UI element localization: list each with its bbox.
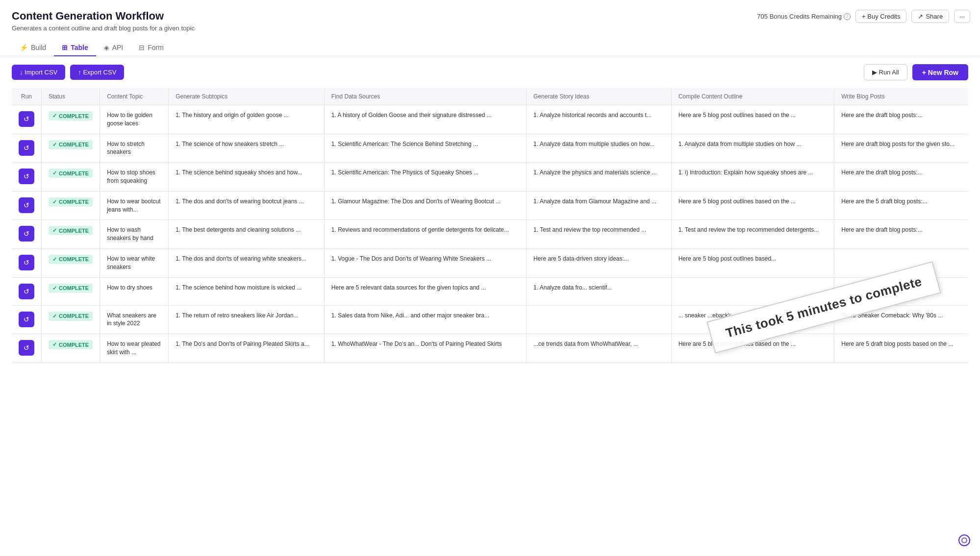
content-outline-cell-8: Here are 5 blog post outlines based on t… [671,334,834,363]
run-button-0[interactable]: ↺ [19,111,34,127]
tab-table[interactable]: ⊞ Table [54,40,96,56]
status-badge-3: ✓ COMPLETE [49,197,93,207]
export-csv-button[interactable]: ↑ Export CSV [70,65,124,80]
import-csv-button[interactable]: ↓ Import CSV [12,65,65,80]
new-row-button[interactable]: + New Row [912,64,968,80]
topic-text-8: How to wear pleated skirt with ... [107,340,160,356]
run-button-3[interactable]: ↺ [19,197,34,213]
topic-text-1: How to stretch sneakers [107,141,145,156]
data-sources-cell-8: 1. WhoWhatWear - The Do's an... Don'ts o… [324,334,526,363]
story-ideas-text-3: 1. Analyze data from Glamour Magazine an… [533,198,656,205]
story-ideas-cell-7 [527,305,672,334]
data-sources-text-4: 1. Reviews and recommendations of gentle… [331,226,509,233]
table-row: ↺ ✓ COMPLETE How to stop shoes from sque… [12,163,968,192]
content-outline-text-2: 1. i) Introduction: Explain how squeaky … [678,169,813,176]
content-outline-cell-5: Here are 5 blog post outlines based... [671,248,834,277]
content-outline-cell-1: 1. Analyze data from multiple studies on… [671,134,834,163]
table-row: ↺ ✓ COMPLETE How to wash sneakers by han… [12,220,968,249]
content-outline-text-1: 1. Analyze data from multiple studies on… [678,141,802,147]
topic-text-6: How to dry shoes [107,284,152,291]
tab-form-label: Form [148,44,164,51]
topic-cell-8: How to wear pleated skirt with ... [100,334,169,363]
story-ideas-cell-2: 1. Analyze the physics and materials sci… [527,163,672,192]
tab-build[interactable]: ⚡ Build [12,40,54,56]
blog-posts-cell-7: Retro Sneaker Comeback: Why '80s ... [834,305,968,334]
run-cell-6: ↺ [12,277,42,305]
data-sources-text-5: 1. Vogue - The Dos and Don'ts of Wearing… [331,255,491,262]
story-ideas-text-2: 1. Analyze the physics and materials sci… [533,169,656,176]
status-cell-5: ✓ COMPLETE [42,248,100,277]
data-sources-cell-5: 1. Vogue - The Dos and Don'ts of Wearing… [324,248,526,277]
data-sources-text-3: 1. Glamour Magazine: The Dos and Don'ts … [331,198,501,205]
status-badge-4: ✓ COMPLETE [49,226,93,235]
run-button-8[interactable]: ↺ [19,340,34,356]
data-sources-text-8: 1. WhoWhatWear - The Do's an... Don'ts o… [331,340,502,347]
run-button-7[interactable]: ↺ [19,312,34,327]
table-row: ↺ ✓ COMPLETE How to dry shoes 1. The sci… [12,277,968,305]
share-button[interactable]: ↗ Share [911,10,949,23]
tab-form[interactable]: ⊟ Form [131,40,172,56]
blog-posts-text-1: Here are draft blog posts for the given … [841,141,955,147]
table-row: ↺ ✓ COMPLETE How to tie golden goose lac… [12,105,968,134]
blog-posts-text-3: Here are the 5 draft blog posts:... [841,198,927,205]
story-ideas-text-4: 1. Test and review the top recommended .… [533,226,646,233]
subtopics-text-0: 1. The history and origin of golden goos… [176,112,289,119]
data-sources-text-7: 1. Sales data from Nike, Adi... and othe… [331,312,489,319]
story-ideas-cell-3: 1. Analyze data from Glamour Magazine an… [527,191,672,220]
data-sources-cell-1: 1. Scientific American: The Science Behi… [324,134,526,163]
check-icon-2: ✓ [52,170,57,176]
more-options-button[interactable]: ··· [954,10,970,23]
status-badge-5: ✓ COMPLETE [49,255,93,264]
share-label: Share [926,13,943,20]
run-button-1[interactable]: ↺ [19,140,34,156]
status-badge-6: ✓ COMPLETE [49,284,93,293]
content-outline-text-7: ... sneaker ...eback):... [678,312,737,319]
col-header-subtopics: Generate Subtopics [169,88,325,105]
buy-credits-button[interactable]: + Buy Credits [855,10,906,23]
run-button-2[interactable]: ↺ [19,169,34,184]
status-cell-7: ✓ COMPLETE [42,305,100,334]
run-cell-1: ↺ [12,134,42,163]
table-row: ↺ ✓ COMPLETE What sneakers are in style … [12,305,968,334]
content-outline-cell-3: Here are 5 blog post outlines based on t… [671,191,834,220]
run-all-button[interactable]: ▶ Run All [864,64,907,80]
content-outline-text-3: Here are 5 blog post outlines based on t… [678,198,796,205]
blog-posts-cell-1: Here are draft blog posts for the given … [834,134,968,163]
check-icon-6: ✓ [52,285,57,291]
page-subtitle: Generates a content outline and draft bl… [12,24,968,32]
run-button-4[interactable]: ↺ [19,226,34,242]
blog-posts-text-8: Here are 5 draft blog posts based on the… [841,340,953,347]
check-icon-0: ✓ [52,113,57,119]
run-button-5[interactable]: ↺ [19,255,34,270]
story-ideas-text-8: ...ce trends data from WhoWhatWear, ... [533,340,638,347]
story-ideas-cell-1: 1. Analyze data from multiple studies on… [527,134,672,163]
status-cell-3: ✓ COMPLETE [42,191,100,220]
blog-posts-text-7: Retro Sneaker Comeback: Why '80s ... [841,312,943,319]
status-cell-8: ✓ COMPLETE [42,334,100,363]
status-badge-0: ✓ COMPLETE [49,111,93,121]
story-ideas-text-6: 1. Analyze data fro... scientif... [533,284,612,291]
content-outline-cell-0: Here are 5 blog post outlines based on t… [671,105,834,134]
credits-display: 705 Bonus Credits Remaining i [757,13,851,20]
topic-cell-1: How to stretch sneakers [100,134,169,163]
credits-text: 705 Bonus Credits Remaining [757,13,842,20]
data-sources-cell-7: 1. Sales data from Nike, Adi... and othe… [324,305,526,334]
col-header-status: Status [42,88,100,105]
content-outline-cell-4: 1. Test and review the top recommended d… [671,220,834,249]
story-ideas-cell-0: 1. Analyze historical records and accoun… [527,105,672,134]
check-icon-5: ✓ [52,256,57,263]
subtopics-cell-5: 1. The dos and don'ts of wearing white s… [169,248,325,277]
run-button-6[interactable]: ↺ [19,284,34,299]
tab-api-label: API [112,44,124,51]
check-icon-4: ✓ [52,227,57,234]
topic-cell-0: How to tie golden goose laces [100,105,169,134]
col-header-run: Run [12,88,42,105]
tab-build-label: Build [31,44,46,51]
run-cell-0: ↺ [12,105,42,134]
story-ideas-cell-6: 1. Analyze data fro... scientif... [527,277,672,305]
blog-posts-cell-0: Here are the draft blog posts:... [834,105,968,134]
col-header-data-sources: Find Data Sources [324,88,526,105]
tab-api[interactable]: ◈ API [96,40,131,56]
table-row: ↺ ✓ COMPLETE How to wear pleated skirt w… [12,334,968,363]
info-icon[interactable]: i [844,13,851,20]
